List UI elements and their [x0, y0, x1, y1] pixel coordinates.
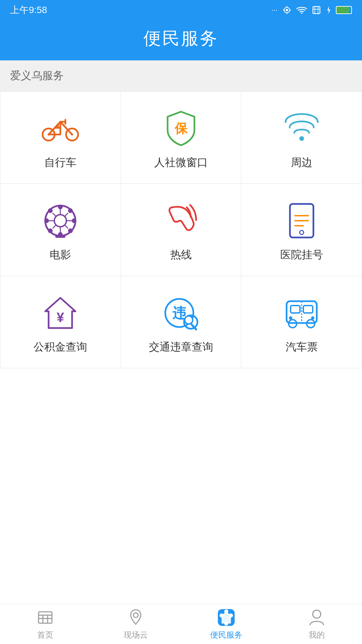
nearby-icon	[282, 108, 322, 149]
svg-text:¥: ¥	[57, 310, 64, 325]
bicycle-icon	[40, 108, 80, 149]
phone-icon	[161, 201, 201, 241]
svg-rect-57	[39, 612, 52, 623]
svg-rect-35	[55, 235, 65, 238]
svg-rect-50	[291, 306, 300, 313]
wifi-icon	[296, 5, 307, 15]
sim-icon	[312, 5, 321, 15]
page-title: 便民服务	[0, 27, 362, 50]
fund-label: 公积金查询	[34, 340, 87, 355]
svg-point-2	[301, 12, 302, 14]
svg-point-47	[185, 316, 193, 324]
live-nav-icon	[126, 608, 145, 627]
me-nav-label: 我的	[309, 630, 325, 640]
svg-point-65	[220, 613, 224, 618]
charge-icon	[326, 5, 331, 15]
status-time: 上午9:58	[10, 4, 47, 16]
service-nav-icon	[217, 608, 236, 627]
service-item-movie[interactable]: 电影	[0, 184, 121, 276]
hospital-label: 医院挂号	[280, 248, 323, 262]
svg-line-34	[65, 225, 68, 228]
svg-point-55	[311, 316, 314, 320]
nav-item-service[interactable]: 便民服务	[181, 608, 272, 640]
shield-icon: 保	[161, 108, 201, 149]
home-nav-label: 首页	[37, 630, 53, 640]
violation-icon: 违	[161, 293, 201, 333]
status-bar: 上午9:58 ···	[0, 0, 362, 20]
social-security-label: 人社微窗口	[154, 155, 208, 170]
svg-point-62	[133, 613, 138, 618]
hotline-label: 热线	[170, 248, 192, 262]
service-item-social-security[interactable]: 保 人社微窗口	[121, 92, 242, 184]
service-item-nearby[interactable]: 周边	[241, 92, 362, 184]
nearby-label: 周边	[291, 155, 312, 170]
svg-point-18	[54, 215, 66, 227]
section-label: 爱义乌服务	[0, 60, 362, 91]
svg-point-24	[68, 208, 73, 213]
bicycle-label: 自行车	[44, 155, 76, 170]
bus-label: 汽车票	[286, 340, 318, 355]
house-yuan-icon: ¥	[40, 293, 80, 333]
status-icons: ···	[272, 5, 352, 15]
svg-point-16	[299, 136, 304, 141]
home-nav-icon	[36, 608, 55, 627]
main-content: 爱义乌服务	[0, 60, 362, 644]
service-grid: 自行车 保 人社微窗口 周边	[0, 91, 362, 368]
svg-rect-51	[303, 306, 313, 313]
nav-item-live[interactable]: 现场云	[90, 608, 181, 640]
svg-point-0	[286, 9, 288, 11]
bus-icon	[282, 293, 322, 333]
nav-item-me[interactable]: 我的	[272, 608, 362, 640]
battery-icon	[336, 6, 352, 14]
svg-line-32	[65, 213, 68, 216]
film-icon	[40, 201, 80, 241]
bottom-nav: 首页 现场云 便民服务	[0, 604, 362, 644]
svg-line-33	[53, 225, 56, 228]
svg-point-67	[224, 622, 228, 626]
svg-point-23	[48, 208, 53, 213]
svg-point-14	[71, 133, 73, 136]
hospital-icon	[282, 201, 322, 241]
svg-point-25	[48, 228, 53, 233]
page-header: 便民服务	[0, 20, 362, 60]
svg-point-22	[72, 218, 76, 223]
service-nav-label: 便民服务	[210, 630, 242, 640]
svg-point-42	[300, 230, 304, 234]
service-item-traffic[interactable]: 违 交通违章查询	[121, 276, 242, 368]
svg-point-66	[229, 613, 233, 618]
svg-point-13	[48, 133, 50, 136]
svg-point-21	[44, 218, 49, 223]
service-item-hospital[interactable]: 医院挂号	[241, 184, 362, 276]
svg-point-54	[289, 316, 292, 320]
movie-label: 电影	[50, 248, 71, 262]
svg-point-26	[68, 228, 73, 233]
svg-text:保: 保	[174, 121, 188, 136]
svg-point-19	[58, 205, 63, 209]
nav-item-home[interactable]: 首页	[0, 608, 90, 640]
service-item-bicycle[interactable]: 自行车	[0, 92, 121, 184]
svg-rect-3	[313, 7, 320, 14]
me-nav-icon	[307, 608, 326, 627]
traffic-label: 交通违章查询	[149, 340, 213, 355]
service-item-bus[interactable]: 汽车票	[241, 276, 362, 368]
live-nav-label: 现场云	[124, 630, 148, 640]
signal-dots-icon: ···	[272, 6, 278, 14]
svg-point-68	[313, 610, 321, 618]
service-item-fund[interactable]: ¥ 公积金查询	[0, 276, 121, 368]
svg-point-64	[224, 609, 228, 613]
service-item-hotline[interactable]: 热线	[121, 184, 242, 276]
svg-line-31	[53, 213, 56, 216]
gps-icon	[282, 5, 292, 15]
